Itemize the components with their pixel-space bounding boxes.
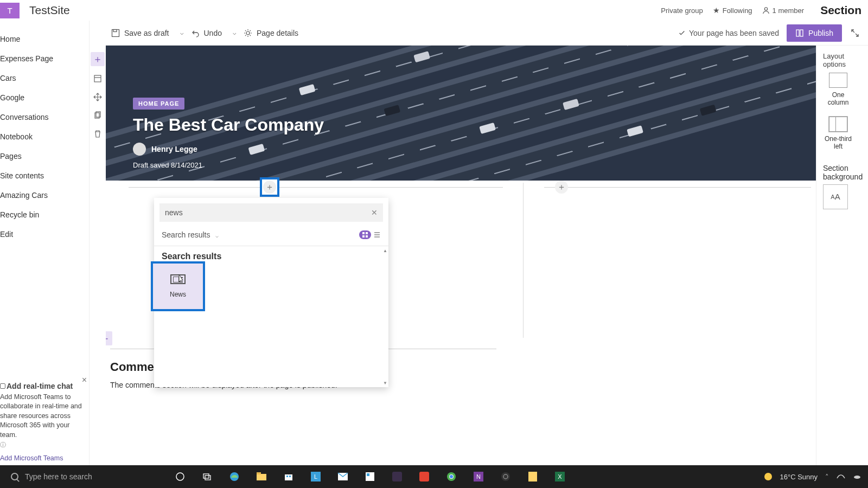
taskbar-search[interactable]: Type here to search <box>0 465 163 488</box>
scroll-down-icon[interactable]: ▼ <box>383 381 387 385</box>
page-details-button[interactable]: Page details <box>238 21 304 46</box>
site-meta: Private group ★ Following 1 member <box>661 6 804 15</box>
edge-icon[interactable] <box>228 470 241 483</box>
star-icon: ★ <box>713 6 720 15</box>
check-icon <box>678 29 686 37</box>
right-panel-title: Section <box>820 4 861 17</box>
undo-icon <box>191 29 200 37</box>
news-label: News <box>170 291 186 298</box>
nav-pages[interactable]: Pages <box>0 146 89 166</box>
save-draft-button[interactable]: Save as draft <box>106 21 175 46</box>
picker-search[interactable]: news ✕ <box>159 203 383 222</box>
taskview-icon[interactable] <box>201 470 214 483</box>
mail-icon[interactable] <box>336 470 349 483</box>
onenote-icon[interactable]: N <box>472 470 485 483</box>
svg-rect-10 <box>366 232 368 234</box>
site-following[interactable]: ★ Following <box>713 6 752 15</box>
add-section-below[interactable]: ＋ <box>106 331 112 345</box>
svg-rect-14 <box>203 474 209 478</box>
picker-results-header: Search results <box>162 252 381 261</box>
page-details-label: Page details <box>257 29 298 37</box>
info-icon[interactable]: ⓘ <box>0 441 84 449</box>
copy-section-icon[interactable] <box>92 110 104 121</box>
svg-rect-11 <box>362 235 365 237</box>
publish-label: Publish <box>808 29 833 37</box>
svg-rect-18 <box>257 472 261 474</box>
list-view-toggle[interactable] <box>373 231 381 239</box>
draft-saved-label: Draft saved 8/14/2021 <box>133 161 324 169</box>
obs-icon[interactable] <box>499 470 512 483</box>
edit-section-icon[interactable] <box>92 73 104 85</box>
add-section-button[interactable]: ＋ <box>91 52 105 66</box>
news-webpart-tile[interactable]: News <box>153 264 203 309</box>
section-area: ＋ ＋ news ✕ Search results ⌵ <box>106 181 816 343</box>
add-webpart-col1[interactable]: ＋ <box>263 181 276 194</box>
undo-label: Undo <box>204 29 222 37</box>
app-icon-1[interactable]: L <box>309 470 322 483</box>
nav-notebook[interactable]: Notebook <box>0 127 89 146</box>
promo-link[interactable]: Add Microsoft Teams <box>0 454 84 462</box>
tray-icon-2[interactable] <box>853 473 861 480</box>
site-header: T TestSite Private group ★ Following 1 m… <box>0 0 868 21</box>
section-bg-option[interactable]: AA <box>823 184 848 209</box>
nav-google[interactable]: Google <box>0 88 89 107</box>
page-canvas: HOME PAGE The Best Car Company Henry Leg… <box>106 46 816 465</box>
command-bar: Save as draft ⌵ Undo ⌵ Page details Your… <box>106 21 868 46</box>
saved-message: Your page has been saved <box>678 29 779 37</box>
move-section-icon[interactable] <box>92 91 104 103</box>
store-icon[interactable] <box>282 470 295 483</box>
promo-title: Add real-time chat <box>0 382 84 390</box>
taskbar-search-placeholder: Type here to search <box>25 472 92 481</box>
nav-conversations[interactable]: Conversations <box>0 107 89 127</box>
svg-rect-24 <box>367 473 369 476</box>
nav-edit[interactable]: Edit <box>0 224 89 244</box>
clear-icon[interactable]: ✕ <box>371 208 378 217</box>
teams-promo: × Add real-time chat Add Microsoft Teams… <box>0 378 89 466</box>
delete-section-icon[interactable] <box>92 128 104 140</box>
explorer-icon[interactable] <box>255 470 268 483</box>
members-label: 1 member <box>773 7 805 15</box>
site-logo[interactable]: T <box>0 3 20 18</box>
page-author[interactable]: Henry Legge <box>133 143 324 156</box>
undo-chevron[interactable]: ⌵ <box>227 21 238 46</box>
picker-category-dropdown[interactable]: Search results ⌵ <box>162 230 219 239</box>
nav-home[interactable]: Home <box>0 29 89 49</box>
following-label: Following <box>723 7 752 15</box>
layout-one-column[interactable]: One column <box>823 73 853 107</box>
tray-chevron-icon[interactable]: ˄ <box>825 473 829 481</box>
chrome-icon[interactable] <box>445 470 458 483</box>
app-icon-2[interactable] <box>363 470 376 483</box>
svg-rect-6 <box>94 75 101 82</box>
nav-expenses[interactable]: Expenses Page <box>0 49 89 68</box>
cortana-icon[interactable] <box>174 470 187 483</box>
todoist-icon[interactable] <box>418 470 431 483</box>
nav-amazing-cars[interactable]: Amazing Cars <box>0 185 89 205</box>
layout-one-third-left[interactable]: One-third left <box>823 117 853 151</box>
weather-text[interactable]: 16°C Sunny <box>780 473 818 481</box>
news-icon <box>170 274 186 284</box>
promo-desc: Add Microsoft Teams to collaborate in re… <box>0 393 84 440</box>
app-icon-3[interactable] <box>391 470 404 483</box>
save-draft-chevron[interactable]: ⌵ <box>175 21 186 46</box>
excel-icon[interactable]: X <box>553 470 566 483</box>
publish-button[interactable]: Publish <box>787 24 842 42</box>
site-name[interactable]: TestSite <box>29 4 70 17</box>
windows-taskbar: Type here to search L N X 16°C Sunny ˄ <box>0 465 868 488</box>
maximize-button[interactable] <box>847 25 863 41</box>
nav-cars[interactable]: Cars <box>0 68 89 88</box>
undo-button[interactable]: Undo <box>186 21 227 46</box>
grid-view-toggle[interactable] <box>359 230 371 239</box>
site-members[interactable]: 1 member <box>762 7 805 15</box>
add-webpart-col2[interactable]: ＋ <box>555 181 568 194</box>
scroll-up-icon[interactable]: ▲ <box>383 248 387 253</box>
scrollbar[interactable]: ▲ ▼ <box>383 248 387 385</box>
tray-icon-1[interactable] <box>837 473 845 480</box>
left-nav: Home Expenses Page Cars Google Conversat… <box>0 21 90 465</box>
nav-site-contents[interactable]: Site contents <box>0 166 89 185</box>
svg-point-30 <box>854 476 860 479</box>
svg-rect-2 <box>113 29 117 31</box>
page-title[interactable]: The Best Car Company <box>133 115 324 135</box>
nav-recycle-bin[interactable]: Recycle bin <box>0 205 89 224</box>
app-icon-4[interactable] <box>526 470 539 483</box>
hero-banner[interactable]: HOME PAGE The Best Car Company Henry Leg… <box>106 46 816 181</box>
